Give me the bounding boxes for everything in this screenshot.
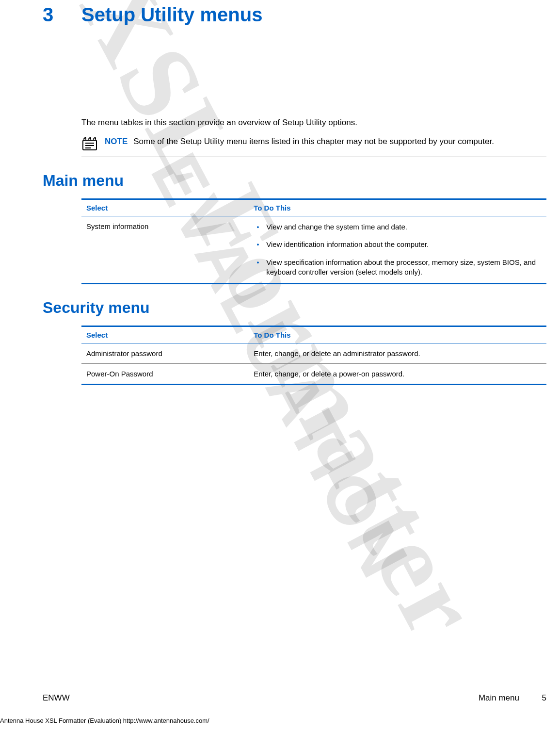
intro-paragraph: The menu tables in this section provide … [81,118,546,128]
table-row: System information View and change the s… [81,216,546,284]
note-text-container: NOTESome of the Setup Utility menu items… [105,136,494,147]
security-menu-table: Select To Do This Administrator password… [81,326,546,385]
content: 3Setup Utility menus The menu tables in … [0,4,560,385]
table-header-row: Select To Do This [81,199,546,216]
page-footer: ENWW Main menu 5 [43,693,546,703]
list-item: View identification information about th… [254,240,542,249]
note-body: Some of the Setup Utility menu items lis… [133,137,494,146]
page: XSL Formatter EVALUATION 3Setup Utility … [0,0,560,733]
table-row: Administrator password Enter, change, or… [81,343,546,364]
note-icon [81,136,98,151]
col-select: Select [81,326,249,343]
chapter-number: 3 [43,4,81,26]
col-todo: To Do This [249,199,546,216]
todo-list: View and change the system time and date… [254,222,542,277]
section-heading-security-menu: Security menu [43,299,560,317]
cell-todo: Enter, change, or delete a power-on pass… [249,364,546,385]
cell-todo: Enter, change, or delete an administrato… [249,343,546,364]
section-heading-main-menu: Main menu [43,172,560,190]
note-block: NOTESome of the Setup Utility menu items… [81,136,546,157]
cell-select: Power-On Password [81,364,249,385]
col-select: Select [81,199,249,216]
chapter-title: 3Setup Utility menus [43,4,560,26]
table-row: Power-On Password Enter, change, or dele… [81,364,546,385]
cell-select: Administrator password [81,343,249,364]
footer-left: ENWW [43,693,70,703]
chapter-name: Setup Utility menus [81,4,262,25]
evaluation-footer: Antenna House XSL Formatter (Evaluation)… [0,717,209,724]
footer-right: Main menu 5 [479,693,546,703]
col-todo: To Do This [249,326,546,343]
cell-todo: View and change the system time and date… [249,216,546,284]
main-menu-table: Select To Do This System information Vie… [81,198,546,284]
list-item: View specification information about the… [254,258,542,277]
table-header-row: Select To Do This [81,326,546,343]
note-label: NOTE [105,137,128,146]
footer-section-label: Main menu [479,693,519,703]
list-item: View and change the system time and date… [254,222,542,232]
page-number: 5 [539,693,546,703]
cell-select: System information [81,216,249,284]
